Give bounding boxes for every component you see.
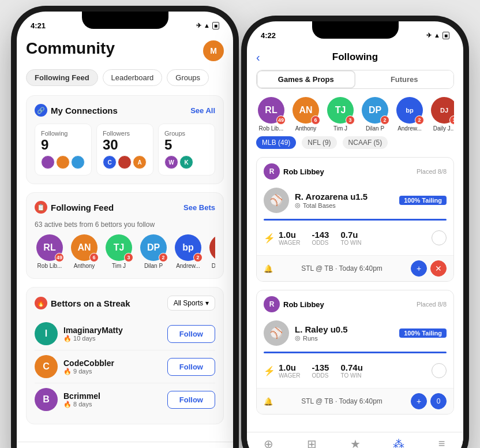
streak-icon: 🔥 <box>35 297 47 309</box>
follow-button-1[interactable]: Follow <box>167 358 215 376</box>
top-avatar-badge-3: 2 <box>380 115 389 125</box>
player-stat-0: ◎ Total Bases <box>295 201 393 209</box>
notch <box>82 12 168 29</box>
avatar-circle-4: bp 2 <box>175 234 201 261</box>
chevron-down-icon: ▾ <box>205 299 209 307</box>
right-nav-feed[interactable]: ≡ Feed <box>420 437 463 448</box>
top-avatar-item-0[interactable]: RL 49 Rob Lib... <box>256 97 286 132</box>
sport-chip-ncaaf[interactable]: NCAAF (5) <box>343 136 388 149</box>
battery-icon: ■ <box>212 22 219 29</box>
odds-val-0: -143 <box>312 230 329 240</box>
right-nav-picks[interactable]: ★ Picks <box>333 437 377 448</box>
add-action-0[interactable]: + <box>411 260 427 277</box>
sport-chip-nfl[interactable]: NFL (9) <box>302 136 336 149</box>
sport-filter-dropdown[interactable]: All Sports ▾ <box>167 296 215 311</box>
right-phone-content: ‹ Following Games & Props Futures RL 49 … <box>247 47 463 432</box>
avatar-circle-0: RL 49 <box>36 234 63 261</box>
top-avatar-item-4[interactable]: bp 2 Andrew... <box>395 97 425 132</box>
bet-card-header-0: R Rob Libbey Placed 8/8 <box>257 158 453 183</box>
avatar-name-1: Anthony <box>69 263 99 269</box>
odds-stat-1: -135 ODDS <box>312 363 329 379</box>
see-bets-link[interactable]: See Bets <box>183 203 215 212</box>
right-feed-nav-icon: ≡ <box>438 437 445 448</box>
left-phone: 4:21 ✈ ▲ ■ Community M Following Feed Le… <box>17 12 233 448</box>
groups-count: 5 <box>164 138 209 152</box>
pill-groups[interactable]: Groups <box>167 69 209 86</box>
top-avatar-circle-1: AN 6 <box>292 97 319 124</box>
towin-val-1: 0.74u <box>340 363 362 372</box>
avatar-item-5: DJ 1 Daily J... <box>208 234 215 269</box>
bet-card-1: R Rob Libbey Placed 8/8 ⚾ L. Raley u0.5 … <box>256 290 454 415</box>
follow-button-2[interactable]: Follow <box>167 391 215 409</box>
player-image-1: ⚾ <box>264 320 289 346</box>
bettor-avatar-0: I <box>35 322 58 345</box>
pill-following-feed[interactable]: Following Feed <box>26 69 98 86</box>
top-avatar-circle-2: TJ 3 <box>327 97 354 124</box>
tailing-progress-1 <box>264 352 447 353</box>
following-count: 9 <box>41 138 85 152</box>
my-connections-card: 🔗 My Connections See All Following 9 Fol <box>26 95 224 184</box>
right-nav-home[interactable]: ⊕ Home <box>247 437 290 448</box>
lightning-icon-0: ⚡ <box>264 233 275 244</box>
tailing-badge-1: 100% Tailing <box>399 328 447 338</box>
top-avatar-item-5[interactable]: DJ 1 Daily J... <box>429 97 454 132</box>
connections-icon: 🔗 <box>35 104 47 117</box>
right-picks-icon: ★ <box>350 437 361 448</box>
tab-futures[interactable]: Futures <box>355 70 454 88</box>
back-button[interactable]: ‹ <box>256 51 260 64</box>
tab-games-props[interactable]: Games & Props <box>257 70 355 88</box>
game-time-0: STL @ TB · Today 6:40pm <box>301 264 382 272</box>
top-avatar-item-3[interactable]: DP 2 Dilan P <box>360 97 390 132</box>
pill-leaderboard[interactable]: Leaderboard <box>103 69 163 86</box>
following-label: Following <box>41 130 85 137</box>
wager-label-1: WAGER <box>279 372 300 379</box>
towin-stat-0: 0.7u TO WIN <box>340 230 361 246</box>
avatar-name-4: Andrew... <box>173 263 203 269</box>
zero-action-1[interactable]: 0 <box>430 393 447 409</box>
top-avatar-item-2[interactable]: TJ 3 Tim J <box>325 97 355 132</box>
sport-chip-mlb[interactable]: MLB (49) <box>256 136 296 149</box>
placed-time-1: Placed 8/8 <box>417 301 447 308</box>
top-avatar-badge-5: 1 <box>449 115 454 125</box>
follow-button-0[interactable]: Follow <box>167 325 215 343</box>
feed-title: 📋 Following Feed <box>35 201 114 214</box>
avatar-item-0: RL 49 Rob Lib... <box>35 234 65 269</box>
bettor-avatar-sm-1: R <box>264 296 280 312</box>
bettor-name-1: CodeCobbler <box>63 359 162 368</box>
top-avatar-badge-1: 6 <box>311 115 320 125</box>
bettor-streak-2: 🔥 8 days <box>63 401 162 408</box>
filter-pills: Following Feed Leaderboard Groups <box>26 69 224 86</box>
odds-stat-0: -143 ODDS <box>312 230 329 246</box>
right-notch <box>312 21 399 39</box>
see-all-link[interactable]: See All <box>190 106 215 115</box>
top-avatar-name-2: Tim J <box>325 125 355 132</box>
right-bottom-nav: ⊕ Home ⊞ Games ★ Picks ⁂ Community ≡ Fee… <box>247 432 463 448</box>
bet-body-1: ⚾ L. Raley u0.5 ◎ Runs 100% Tailing ⚡ <box>257 316 453 388</box>
feed-description: 63 active bets from 6 bettors you follow <box>35 221 215 229</box>
top-avatar-circle-5: DJ 1 <box>431 97 454 124</box>
following-stat: Following 9 <box>35 124 92 176</box>
top-avatar-name-3: Dilan P <box>360 125 390 132</box>
following-page-title: Following <box>332 51 378 63</box>
odds-val-1: -135 <box>312 363 329 372</box>
status-icons: ✈ ▲ ■ <box>196 22 219 29</box>
add-action-1[interactable]: + <box>411 393 427 409</box>
bettor-row-0: I ImaginaryMatty 🔥 10 days Follow <box>35 318 215 350</box>
top-avatar-item-1[interactable]: AN 6 Anthony <box>291 97 321 132</box>
followers-count: 30 <box>103 138 147 152</box>
streak-header: 🔥 Bettors on a Streak All Sports ▾ <box>35 296 215 311</box>
right-nav-community[interactable]: ⁂ Community <box>377 437 420 448</box>
mini-avatar-2 <box>56 155 70 169</box>
wager-val-1: 1.0u <box>279 363 300 372</box>
bet-circle-0 <box>432 230 447 245</box>
connections-title: 🔗 My Connections <box>35 104 118 117</box>
right-nav-games[interactable]: ⊞ Games <box>290 437 333 448</box>
player-name-0: R. Arozarena u1.5 <box>295 192 393 201</box>
bettor-avatar-2: B <box>35 388 58 411</box>
bet-actions-0: + ✕ <box>411 260 447 277</box>
close-action-0[interactable]: ✕ <box>430 260 447 277</box>
avatar-name-2: Tim J <box>104 263 134 269</box>
bottom-nav: ⊕ Home ⊞ Games ★ Picks ⁂ Community ≡ Fee… <box>17 442 233 448</box>
top-avatar-name-4: Andrew... <box>395 125 425 132</box>
following-feed-card: 📋 Following Feed See Bets 63 active bets… <box>26 192 224 279</box>
